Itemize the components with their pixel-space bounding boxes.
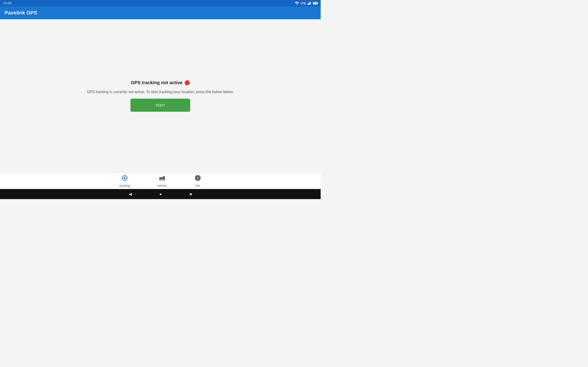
- svg-rect-3: [309, 2, 310, 5]
- main-content: GPS tracking not active GPS tracking is …: [0, 19, 321, 173]
- tab-vehicle-label: vehicle: [157, 184, 167, 187]
- app-title: Pavelink GPS: [5, 10, 37, 16]
- svg-rect-4: [310, 2, 311, 5]
- tracking-status-row: GPS tracking not active: [131, 80, 190, 85]
- status-indicator-dot: [185, 80, 190, 85]
- tab-tracking-label: tracking: [120, 184, 130, 187]
- svg-text:i: i: [197, 176, 199, 180]
- status-bar: 12:00 LTE: [0, 0, 321, 6]
- info-icon: i: [194, 175, 201, 183]
- bottom-nav-inner: tracking vehicle i info: [120, 175, 201, 187]
- status-time: 12:00: [3, 1, 11, 5]
- tab-info[interactable]: i info: [194, 175, 201, 187]
- svg-point-14: [163, 179, 164, 181]
- tracking-description: GPS tracking is currently not active. To…: [87, 90, 233, 94]
- tracking-icon: [121, 175, 128, 183]
- svg-point-6: [124, 177, 126, 179]
- back-button[interactable]: ◀: [129, 192, 132, 197]
- status-icons: LTE: [295, 2, 317, 5]
- tracking-status-text: GPS tracking not active: [131, 80, 183, 85]
- system-nav-bar: ◀ ● ■: [0, 189, 321, 199]
- start-button[interactable]: start: [130, 99, 190, 112]
- signal-icon: [307, 2, 311, 5]
- signal-type: LTE: [300, 2, 306, 5]
- tab-tracking[interactable]: tracking: [120, 175, 130, 187]
- svg-point-0: [297, 4, 298, 5]
- recents-button[interactable]: ■: [190, 192, 192, 197]
- battery-icon: [313, 2, 317, 5]
- svg-rect-1: [307, 4, 308, 5]
- app-bar: Pavelink GPS: [0, 6, 321, 19]
- tab-vehicle[interactable]: vehicle: [157, 175, 167, 187]
- tracking-status-container: GPS tracking not active GPS tracking is …: [87, 80, 233, 112]
- svg-point-13: [160, 179, 161, 181]
- home-button[interactable]: ●: [159, 192, 162, 197]
- wifi-icon: [295, 2, 299, 5]
- tab-info-label: info: [195, 184, 200, 187]
- svg-rect-2: [308, 3, 309, 5]
- vehicle-icon: [159, 175, 166, 183]
- bottom-nav: tracking vehicle i info: [0, 173, 321, 189]
